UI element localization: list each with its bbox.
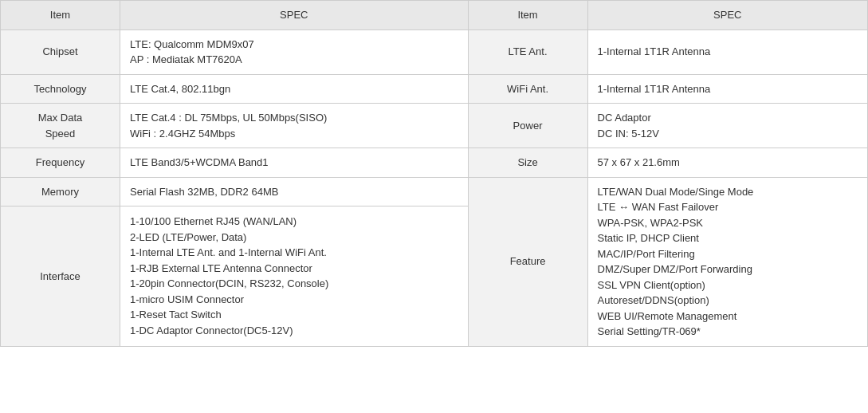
spec-memory: Serial Flash 32MB, DDR2 64MB — [120, 177, 469, 206]
col3-header: Item — [468, 1, 587, 30]
spec-interface: 1-10/100 Ethernet RJ45 (WAN/LAN) 2-LED (… — [120, 206, 469, 346]
item-technology: Technology — [1, 74, 120, 104]
item-chipset: Chipset — [1, 30, 120, 74]
spec-technology: LTE Cat.4, 802.11bgn — [120, 74, 469, 104]
spec-table: Item SPEC Item SPEC Chipset LTE: Qualcom… — [0, 0, 868, 347]
item-frequency: Frequency — [1, 148, 120, 178]
item-wifi-ant: WiFi Ant. — [468, 74, 587, 104]
table-row: Technology LTE Cat.4, 802.11bgn WiFi Ant… — [1, 74, 868, 104]
spec-max-data-speed: LTE Cat.4 : DL 75Mbps, UL 50Mbps(SISO)Wi… — [120, 104, 469, 148]
item-lte-ant: LTE Ant. — [468, 30, 587, 74]
spec-lte-ant: 1-Internal 1T1R Antenna — [587, 30, 867, 74]
spec-wifi-ant: 1-Internal 1T1R Antenna — [587, 74, 867, 104]
item-max-data-speed: Max DataSpeed — [1, 104, 120, 148]
item-interface: Interface — [1, 206, 120, 346]
table-row: Chipset LTE: Qualcomm MDM9x07AP : Mediat… — [1, 30, 868, 74]
spec-size: 57 x 67 x 21.6mm — [587, 148, 867, 178]
spec-power: DC AdaptorDC IN: 5-12V — [587, 104, 867, 148]
spec-feature: LTE/WAN Dual Mode/Singe Mode LTE ↔ WAN F… — [587, 177, 867, 346]
table-row: Memory Serial Flash 32MB, DDR2 64MB Feat… — [1, 177, 868, 206]
table-row: Max DataSpeed LTE Cat.4 : DL 75Mbps, UL … — [1, 104, 868, 148]
spec-frequency: LTE Band3/5+WCDMA Band1 — [120, 148, 469, 178]
item-feature: Feature — [468, 177, 587, 346]
header-row: Item SPEC Item SPEC — [1, 1, 868, 30]
spec-chipset: LTE: Qualcomm MDM9x07AP : Mediatak MT762… — [120, 30, 469, 74]
col4-header: SPEC — [587, 1, 867, 30]
col1-header: Item — [1, 1, 120, 30]
item-power: Power — [468, 104, 587, 148]
table-row: Frequency LTE Band3/5+WCDMA Band1 Size 5… — [1, 148, 868, 178]
item-size: Size — [468, 148, 587, 178]
col2-header: SPEC — [120, 1, 469, 30]
item-memory: Memory — [1, 177, 120, 206]
